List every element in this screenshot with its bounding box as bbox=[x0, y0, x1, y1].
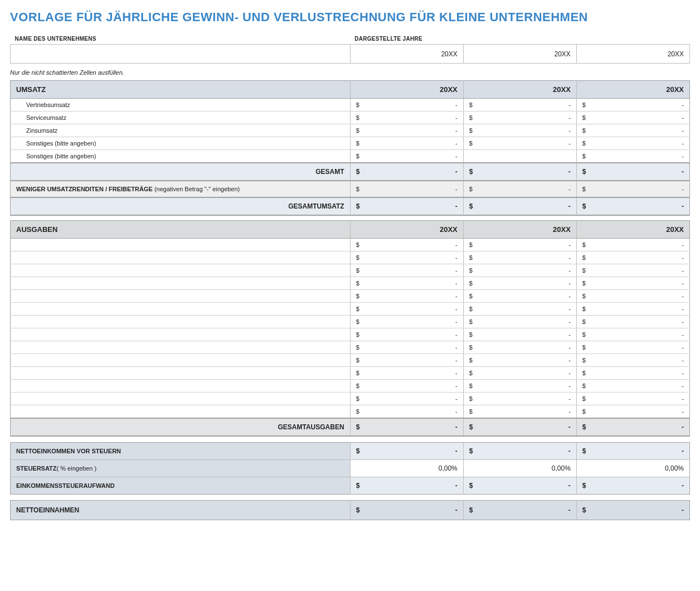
expense-row-value[interactable]: $- bbox=[576, 239, 689, 251]
revenue-row-label[interactable]: Sonstiges (bitte angeben) bbox=[11, 137, 351, 150]
expense-row-value[interactable]: $- bbox=[463, 277, 576, 290]
expense-row-value[interactable]: $- bbox=[350, 354, 463, 367]
expense-row-label[interactable] bbox=[11, 405, 351, 419]
less-returns-value[interactable]: $- bbox=[576, 181, 689, 197]
expense-row-value[interactable]: $- bbox=[463, 393, 576, 405]
expense-row-value[interactable]: $- bbox=[576, 354, 689, 367]
expense-row-label[interactable] bbox=[11, 303, 351, 316]
expense-row-value[interactable]: $- bbox=[350, 290, 463, 303]
expenses-total-value: $- bbox=[350, 418, 463, 436]
expense-row-value[interactable]: $- bbox=[576, 328, 689, 341]
expense-row-value[interactable]: $- bbox=[463, 264, 576, 277]
revenue-row-value[interactable]: $- bbox=[576, 124, 689, 137]
expense-row-value[interactable]: $- bbox=[463, 251, 576, 264]
expense-row-label[interactable] bbox=[11, 316, 351, 328]
expense-row-value[interactable]: $- bbox=[463, 341, 576, 354]
revenue-year-3: 20XX bbox=[576, 81, 689, 99]
net-income-value: $- bbox=[576, 501, 689, 520]
expense-row-value[interactable]: $- bbox=[350, 380, 463, 393]
expense-row-value[interactable]: $- bbox=[576, 277, 689, 290]
expense-row-value[interactable]: $- bbox=[350, 316, 463, 328]
expense-row-value[interactable]: $- bbox=[350, 405, 463, 419]
tax-rate-input[interactable]: 0,00% bbox=[576, 460, 689, 477]
expense-row-label[interactable] bbox=[11, 239, 351, 251]
expense-row-value[interactable]: $- bbox=[576, 251, 689, 264]
revenue-row-label[interactable]: Sonstiges (bitte angeben) bbox=[11, 150, 351, 163]
revenue-row-value[interactable]: $- bbox=[463, 112, 576, 124]
expense-row-value[interactable]: $- bbox=[350, 303, 463, 316]
expense-row-value[interactable]: $- bbox=[576, 367, 689, 380]
revenue-row-value[interactable]: $- bbox=[350, 112, 463, 124]
expense-row-value[interactable]: $- bbox=[576, 380, 689, 393]
expense-row-value[interactable]: $- bbox=[350, 239, 463, 251]
expense-row-value[interactable]: $- bbox=[576, 393, 689, 405]
expense-row-value[interactable]: $- bbox=[463, 354, 576, 367]
revenue-row-value[interactable]: $- bbox=[463, 124, 576, 137]
revenue-total-value: $- bbox=[576, 163, 689, 181]
expense-row-label[interactable] bbox=[11, 354, 351, 367]
expense-row-value[interactable]: $- bbox=[350, 393, 463, 405]
revenue-row-value[interactable]: $- bbox=[350, 124, 463, 137]
expense-row-value[interactable]: $- bbox=[350, 328, 463, 341]
tax-rate-label: STEUERSATZ( % eingeben ) bbox=[11, 460, 351, 477]
expense-row-value[interactable]: $- bbox=[576, 264, 689, 277]
tax-rate-input[interactable]: 0,00% bbox=[463, 460, 576, 477]
revenue-row-value[interactable]: $- bbox=[463, 137, 576, 150]
year-2-input[interactable]: 20XX bbox=[463, 45, 576, 64]
expense-row-label[interactable] bbox=[11, 328, 351, 341]
year-3-input[interactable]: 20XX bbox=[576, 45, 689, 64]
revenue-row-value[interactable]: $- bbox=[463, 99, 576, 112]
expense-row-value[interactable]: $- bbox=[350, 341, 463, 354]
revenue-row-value[interactable]: $- bbox=[576, 99, 689, 112]
revenue-row-value[interactable]: $- bbox=[350, 137, 463, 150]
revenue-row-label[interactable]: Vertriebsumsatz bbox=[11, 99, 351, 112]
revenue-row-value[interactable] bbox=[463, 150, 576, 163]
expense-row-value[interactable]: $- bbox=[463, 328, 576, 341]
revenue-grand-total-label: GESAMTUMSATZ bbox=[11, 197, 351, 215]
expenses-year-3: 20XX bbox=[576, 221, 689, 239]
expense-row-value[interactable]: $- bbox=[576, 316, 689, 328]
expense-row-value[interactable]: $- bbox=[463, 239, 576, 251]
revenue-year-2: 20XX bbox=[463, 81, 576, 99]
expense-row-label[interactable] bbox=[11, 251, 351, 264]
fill-note: Nur die nicht schattierten Zellen ausfül… bbox=[10, 69, 690, 76]
expense-row-value[interactable]: $- bbox=[576, 341, 689, 354]
revenue-row-label[interactable]: Serviceumsatz bbox=[11, 112, 351, 124]
pre-tax-label: NETTOEINKOMMEN VOR STEUERN bbox=[11, 443, 351, 460]
revenue-row-value[interactable]: $- bbox=[576, 112, 689, 124]
expense-row-value[interactable]: $- bbox=[463, 316, 576, 328]
expense-row-value[interactable]: $- bbox=[576, 290, 689, 303]
expense-row-value[interactable]: $- bbox=[350, 367, 463, 380]
revenue-row-value[interactable]: $- bbox=[576, 150, 689, 163]
expense-row-value[interactable]: $- bbox=[576, 303, 689, 316]
revenue-row-label[interactable]: Zinsumsatz bbox=[11, 124, 351, 137]
expense-row-value[interactable]: $- bbox=[463, 367, 576, 380]
revenue-row-value[interactable]: $- bbox=[576, 137, 689, 150]
expense-row-value[interactable]: $- bbox=[463, 380, 576, 393]
expense-row-label[interactable] bbox=[11, 380, 351, 393]
expense-row-label[interactable] bbox=[11, 290, 351, 303]
less-returns-value[interactable]: $- bbox=[463, 181, 576, 197]
expense-row-value[interactable]: $- bbox=[576, 405, 689, 419]
expense-row-value[interactable]: $- bbox=[350, 251, 463, 264]
revenue-year-1: 20XX bbox=[350, 81, 463, 99]
expense-row-value[interactable]: $- bbox=[463, 290, 576, 303]
company-name-input[interactable] bbox=[11, 45, 351, 64]
expense-row-label[interactable] bbox=[11, 277, 351, 290]
expense-row-value[interactable]: $- bbox=[350, 277, 463, 290]
expense-row-label[interactable] bbox=[11, 341, 351, 354]
less-returns-value[interactable]: $- bbox=[350, 181, 463, 197]
expense-row-label[interactable] bbox=[11, 393, 351, 405]
revenue-row-value[interactable]: $- bbox=[350, 150, 463, 163]
net-income-value: $- bbox=[350, 501, 463, 520]
pre-tax-value: $- bbox=[350, 443, 463, 460]
tax-rate-input[interactable]: 0,00% bbox=[350, 460, 463, 477]
pre-tax-value: $- bbox=[463, 443, 576, 460]
expense-row-label[interactable] bbox=[11, 264, 351, 277]
revenue-row-value[interactable]: $- bbox=[350, 99, 463, 112]
expense-row-label[interactable] bbox=[11, 367, 351, 380]
expense-row-value[interactable]: $- bbox=[463, 405, 576, 419]
expense-row-value[interactable]: $- bbox=[463, 303, 576, 316]
year-1-input[interactable]: 20XX bbox=[350, 45, 463, 64]
expense-row-value[interactable]: $- bbox=[350, 264, 463, 277]
